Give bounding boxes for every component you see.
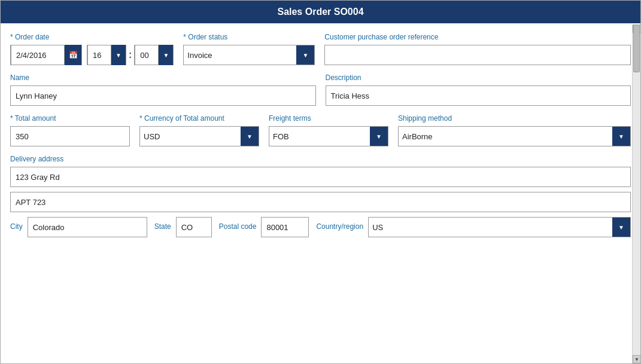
chevron-down-icon: ▼ [116,52,121,59]
calendar-icon: 📅 [69,51,78,59]
delivery-address-label: Delivery address [10,155,631,163]
name-input[interactable] [10,85,316,106]
order-status-select[interactable]: Invoice Draft Confirmed Cancelled [184,45,296,65]
minute-wrapper: ▼ [134,45,174,65]
chevron-down-icon: ▼ [376,133,382,140]
chevron-down-icon: ▼ [302,52,308,59]
currency-chevron[interactable]: ▼ [241,126,259,146]
country-select[interactable]: US CA GB AU [369,218,612,237]
description-label: Description [326,74,631,82]
shipping-chevron[interactable]: ▼ [612,126,630,146]
minute-input[interactable] [135,45,159,65]
order-date-input[interactable] [11,45,65,65]
date-input-wrapper: 📅 [10,45,82,65]
freight-terms-group: Freight terms FOB CIF EXW ▼ [269,114,388,146]
hour-wrapper: ▼ [87,45,126,65]
order-date-label: Order date [10,33,174,41]
city-label: City [10,222,23,231]
name-group: Name [10,74,316,106]
freight-select-wrapper: FOB CIF EXW ▼ [269,126,388,146]
customer-po-input[interactable] [324,45,631,65]
order-status-label: Order status [183,33,315,41]
city-input[interactable] [28,217,147,237]
postal-label: Postal code [219,222,257,231]
currency-group: Currency of Total amount USD EUR GBP ▼ [139,114,259,146]
shipping-method-label: Shipping method [398,114,631,123]
scroll-down-button[interactable]: ▼ [633,355,641,363]
minute-chevron[interactable]: ▼ [159,45,173,65]
shipping-method-group: Shipping method AirBorne Ground Express … [398,114,631,146]
total-amount-input[interactable] [10,126,130,146]
title-bar: Sales Order SO004 [1,1,640,23]
order-status-group: Order status Invoice Draft Confirmed Can… [183,33,315,65]
time-part: ▼ : ▼ [87,45,174,65]
scrollbar: ▲ ▼ [632,25,640,363]
row-name-desc: Name Description [10,74,631,106]
form-content: Order date 📅 ▼ [1,23,640,363]
postal-input[interactable] [261,217,309,237]
freight-select[interactable]: FOB CIF EXW [269,127,370,146]
calendar-button[interactable]: 📅 [65,45,81,65]
order-status-chevron[interactable]: ▼ [296,45,314,65]
country-select-wrapper: US CA GB AU ▼ [368,217,631,237]
hour-input[interactable] [87,45,111,65]
state-label: State [154,222,171,231]
country-label: Country/region [316,222,363,231]
country-chevron[interactable]: ▼ [612,217,630,237]
currency-select[interactable]: USD EUR GBP [140,127,241,146]
shipping-select[interactable]: AirBorne Ground Express [399,127,612,146]
description-group: Description [326,74,631,106]
freight-chevron[interactable]: ▼ [370,126,388,146]
address-line2-input[interactable] [10,192,631,212]
order-status-select-wrapper: Invoice Draft Confirmed Cancelled ▼ [183,45,315,65]
name-label: Name [10,74,316,82]
city-state-row: City State Postal code Country/region US… [10,217,631,237]
page-title: Sales Order SO004 [277,7,363,17]
total-amount-label: Total amount [10,114,130,123]
delivery-section: Delivery address City State Postal code … [10,155,631,237]
freight-terms-label: Freight terms [269,114,388,123]
state-input[interactable] [176,217,212,237]
chevron-down-icon: ▼ [163,52,169,59]
main-window: Sales Order SO004 Order date 📅 [0,0,641,364]
time-colon: : [127,50,133,60]
order-date-group: Order date 📅 ▼ [10,33,174,65]
hour-chevron[interactable]: ▼ [111,45,126,65]
customer-po-group: Customer purchase order reference [324,33,631,65]
currency-select-wrapper: USD EUR GBP ▼ [139,126,259,146]
shipping-select-wrapper: AirBorne Ground Express ▼ [398,126,631,146]
chevron-down-icon: ▼ [618,133,624,140]
scrollbar-thumb[interactable] [633,25,640,72]
chevron-down-icon: ▼ [247,133,253,140]
total-amount-group: Total amount [10,114,130,146]
customer-po-label: Customer purchase order reference [324,33,631,41]
address-line1-input[interactable] [10,167,631,187]
description-input[interactable] [326,85,631,106]
chevron-down-icon: ▼ [618,224,624,231]
currency-label: Currency of Total amount [139,114,259,123]
row-amounts: Total amount Currency of Total amount US… [10,114,631,146]
row-order-info: Order date 📅 ▼ [10,33,631,65]
